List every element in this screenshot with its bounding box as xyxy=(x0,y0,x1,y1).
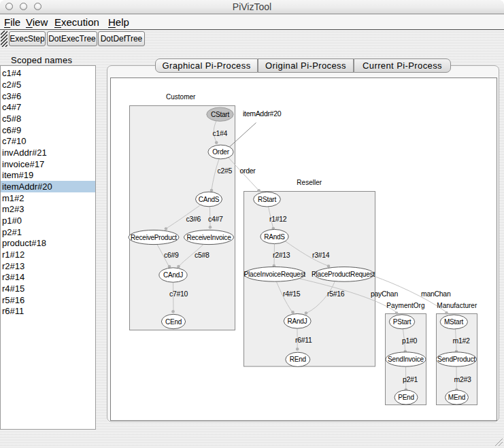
svg-text:PlaceProductRequest: PlaceProductRequest xyxy=(312,271,375,278)
svg-text:r5#16: r5#16 xyxy=(327,290,345,298)
svg-text:Order: Order xyxy=(212,148,229,156)
svg-text:REnd: REnd xyxy=(290,356,306,363)
svg-text:r3#14: r3#14 xyxy=(312,251,330,259)
svg-text:PEnd: PEnd xyxy=(398,394,414,401)
svg-text:payChan: payChan xyxy=(371,290,398,298)
svg-text:RAndJ: RAndJ xyxy=(287,317,307,325)
svg-text:Customer: Customer xyxy=(166,93,196,101)
svg-text:m1#2: m1#2 xyxy=(453,337,471,345)
svg-text:r6#11: r6#11 xyxy=(295,336,312,344)
svg-text:r2#13: r2#13 xyxy=(273,251,290,259)
svg-text:c4#7: c4#7 xyxy=(208,215,223,223)
svg-text:PaymentOrg: PaymentOrg xyxy=(386,302,424,309)
svg-text:c1#4: c1#4 xyxy=(213,129,228,137)
svg-text:p2#1: p2#1 xyxy=(403,375,418,383)
svg-text:c5#8: c5#8 xyxy=(195,251,209,259)
svg-text:RAndS: RAndS xyxy=(264,233,285,241)
svg-text:MStart: MStart xyxy=(444,318,464,326)
svg-text:c7#10: c7#10 xyxy=(169,290,188,298)
svg-text:manChan: manChan xyxy=(421,290,451,298)
svg-text:Reseller: Reseller xyxy=(297,179,322,186)
svg-text:CStart: CStart xyxy=(211,111,230,118)
svg-text:Manufacturer: Manufacturer xyxy=(437,302,477,309)
svg-text:p1#0: p1#0 xyxy=(402,337,418,345)
svg-text:ReceiveInvoice: ReceiveInvoice xyxy=(186,234,231,241)
svg-text:r1#12: r1#12 xyxy=(269,215,287,223)
svg-text:order: order xyxy=(240,167,256,175)
svg-text:MEnd: MEnd xyxy=(448,394,465,401)
svg-text:ReceiveProduct: ReceiveProduct xyxy=(131,234,177,241)
svg-text:c3#6: c3#6 xyxy=(186,215,201,223)
svg-text:CAndJ: CAndJ xyxy=(163,271,183,279)
svg-text:m2#3: m2#3 xyxy=(454,375,472,383)
svg-text:PStart: PStart xyxy=(393,318,411,326)
svg-text:CEnd: CEnd xyxy=(165,318,182,326)
svg-text:PlaceInvoiceRequest: PlaceInvoiceRequest xyxy=(244,271,306,278)
svg-text:SendProduct: SendProduct xyxy=(437,356,475,363)
svg-text:r4#15: r4#15 xyxy=(283,290,301,298)
svg-text:c6#9: c6#9 xyxy=(164,251,179,259)
svg-text:SendInvoice: SendInvoice xyxy=(388,356,424,363)
svg-text:CAndS: CAndS xyxy=(199,196,220,203)
svg-text:c2#5: c2#5 xyxy=(218,167,233,175)
svg-text:RStart: RStart xyxy=(258,196,277,203)
svg-text:itemAddr#20: itemAddr#20 xyxy=(243,109,282,118)
